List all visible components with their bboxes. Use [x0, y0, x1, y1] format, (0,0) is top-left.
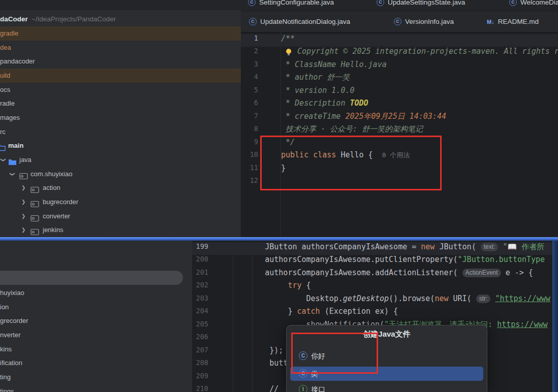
line-number[interactable]: 202 — [192, 281, 208, 293]
chevron-right-icon[interactable]: ❯ — [21, 209, 25, 223]
project-panel: daCoder~/IdeaProjects/PandaCoder gradled… — [0, 0, 241, 237]
code-segment: } — [228, 307, 297, 316]
bottom-tree-item-ting[interactable]: ting — [0, 370, 192, 384]
tree-item-label: bugrecorder — [43, 195, 78, 209]
code-text[interactable]: } catch (Exception ex) { — [228, 307, 398, 319]
chevron-down-icon[interactable]: ❯ — [5, 172, 19, 176]
code-segment: JButton( — [435, 242, 480, 251]
bottom-tree-item-ion[interactable]: ion — [0, 300, 192, 314]
line-number[interactable]: 3 — [241, 60, 258, 73]
editor-tab[interactable]: CVersionInfo.java — [394, 11, 454, 32]
bottom-tree-item-nverter[interactable]: nverter — [0, 328, 192, 342]
line-number[interactable]: 199 — [192, 242, 208, 255]
code-text[interactable]: }); — [228, 346, 283, 358]
editor-tab-row-top: CSettingConfigurable.javaCUpdateSettings… — [241, 0, 558, 11]
code-text[interactable]: try { — [228, 281, 311, 293]
ide-screenshot: daCoder~/IdeaProjects/PandaCoder gradled… — [0, 0, 558, 392]
package-icon — [30, 184, 39, 191]
chevron-right-icon[interactable]: ❯ — [21, 223, 25, 237]
tree-item-label: pandacoder — [0, 54, 35, 69]
code-text[interactable]: * ClassName Hello.java — [281, 60, 387, 73]
line-number[interactable]: 201 — [192, 268, 208, 281]
line-number[interactable]: 9 — [241, 138, 258, 150]
chevron-right-icon[interactable]: ❯ — [21, 181, 25, 195]
code-text[interactable]: Copyright © 2025 integration-projects-ma… — [281, 47, 558, 59]
line-number[interactable]: 206 — [192, 333, 208, 345]
line-number[interactable]: 210 — [192, 384, 208, 392]
line-number[interactable]: 203 — [192, 294, 208, 307]
tree-item-bugrecorder[interactable]: ❯bugrecorder — [0, 195, 241, 209]
line-number[interactable]: 208 — [192, 358, 208, 371]
code-text[interactable]: /** — [281, 34, 295, 47]
bottom-project-panel: huyixiaoiongrecordernverterkinsification… — [0, 241, 192, 392]
code-segment: * author 舒一笑 — [281, 73, 350, 82]
line-number[interactable]: 1 — [241, 34, 258, 47]
line-number[interactable]: 6 — [241, 99, 258, 111]
tree-item-converter[interactable]: ❯converter — [0, 209, 241, 223]
line-number[interactable]: 8 — [241, 124, 258, 137]
tree-item-rc[interactable]: rc — [0, 125, 241, 139]
line-number[interactable]: 12 — [241, 176, 258, 189]
line-number[interactable]: 5 — [241, 86, 258, 99]
line-number[interactable]: 204 — [192, 307, 208, 319]
tree-item-jenkins[interactable]: ❯jenkins — [0, 223, 241, 237]
code-line: 200 authorsCompanyIsAwesome.putClientPro… — [192, 255, 552, 268]
tree-item-main[interactable]: main — [0, 139, 241, 153]
tree-item-label: radle — [0, 96, 15, 111]
line-number[interactable]: 209 — [192, 372, 208, 384]
code-line: 202 try { — [192, 281, 552, 293]
code-segment: Copyright © 2025 integration-projects-ma… — [293, 47, 558, 56]
selected-tree-row[interactable] — [0, 271, 183, 285]
tree-item-radle[interactable]: radle — [0, 96, 241, 111]
editor-tab[interactable]: CSettingConfigurable.java — [248, 0, 334, 10]
line-number[interactable]: 205 — [192, 320, 208, 333]
code-text[interactable]: * version 1.0.0 — [281, 86, 355, 99]
line-number[interactable]: 10 — [241, 150, 258, 163]
code-text[interactable]: Desktop.getDesktop().browse(new URI( str… — [228, 294, 550, 307]
editor-tab[interactable]: M↓README.md — [487, 11, 539, 32]
bottom-tree-item-kins[interactable]: kins — [0, 342, 192, 356]
code-segment — [281, 47, 286, 56]
editor-tab[interactable]: CWelcomeDia — [509, 0, 558, 10]
code-text[interactable]: * Description TODO — [281, 99, 368, 111]
code-text[interactable]: authorsCompanyIsAwesome.addActionListene… — [228, 268, 533, 281]
code-segment: JButton authorsCompanyIsAwesome = — [228, 242, 421, 251]
intention-bulb-icon[interactable] — [286, 49, 291, 54]
tree-item-uild[interactable]: uild — [0, 69, 241, 83]
bottom-tree-item-huyixiao[interactable]: huyixiao — [0, 286, 192, 300]
tree-item-action[interactable]: ❯action — [0, 181, 241, 195]
annotation-box-popup-item — [291, 333, 378, 374]
tree-item-com.shuyixiao[interactable]: ❯com.shuyixiao — [0, 167, 241, 181]
class-icon: C — [394, 18, 401, 25]
line-number[interactable]: 200 — [192, 255, 208, 268]
tree-item-mages[interactable]: mages — [0, 111, 241, 125]
code-segment: ().browse( — [389, 294, 435, 303]
code-text[interactable]: JButton authorsCompanyIsAwesome = new JB… — [228, 242, 544, 255]
bottom-tree-item-grecorder[interactable]: grecorder — [0, 314, 192, 328]
class-icon: C — [249, 18, 257, 25]
tree-item-pandacoder[interactable]: pandacoder — [0, 54, 241, 69]
tree-item-ocs[interactable]: ocs — [0, 83, 241, 97]
code-text[interactable]: // — [228, 384, 278, 392]
editor-tab[interactable]: CUpdateSettingsState.java — [377, 0, 465, 10]
line-number[interactable]: 207 — [192, 346, 208, 358]
tree-item-java[interactable]: ❯java — [0, 153, 241, 167]
popup-item-接口[interactable]: I接口 — [287, 382, 487, 392]
code-text[interactable]: authorsCompanyIsAwesome.putClientPropert… — [228, 255, 545, 268]
code-text[interactable]: * author 舒一笑 — [281, 73, 350, 85]
package-icon — [30, 213, 39, 220]
bottom-tree-item-tings[interactable]: tings — [0, 384, 192, 392]
tree-item-label: mages — [0, 111, 20, 125]
tree-item-gradle[interactable]: gradle — [0, 26, 241, 41]
editor-tab[interactable]: CUpdateNotificationDialog.java — [249, 11, 350, 32]
bottom-tree-item-ification[interactable]: ification — [0, 356, 192, 370]
line-number[interactable]: 11 — [241, 164, 258, 176]
tab-label: README.md — [498, 18, 539, 25]
line-number[interactable]: 7 — [241, 112, 258, 124]
line-number[interactable]: 4 — [241, 73, 258, 85]
code-text[interactable]: * createTime 2025年09月25日 14:03:44 — [281, 112, 446, 124]
tree-item-dea[interactable]: dea — [0, 41, 241, 55]
chevron-right-icon[interactable]: ❯ — [21, 195, 25, 209]
tab-label: SettingConfigurable.java — [259, 0, 334, 6]
line-number[interactable]: 2 — [241, 47, 258, 59]
